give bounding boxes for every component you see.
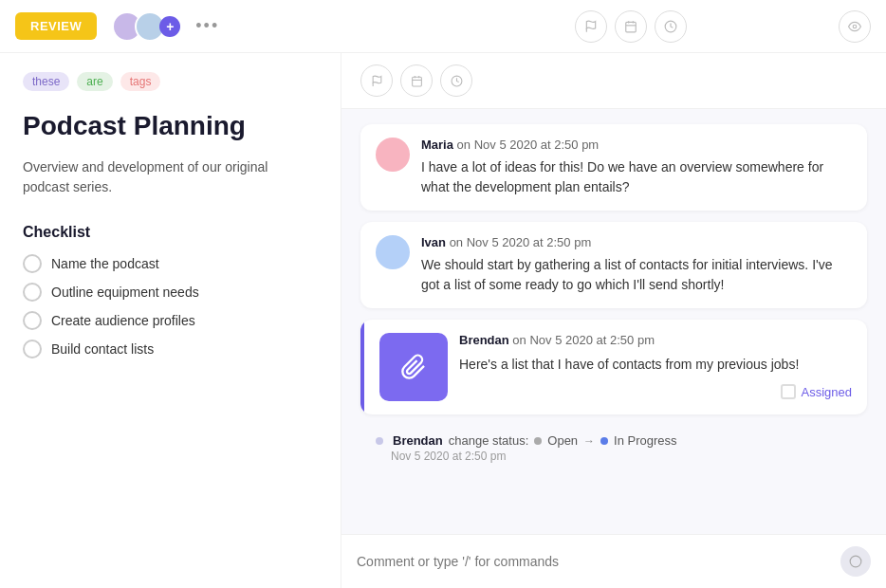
page-description: Overview and development of our original… <box>23 157 318 197</box>
more-options-button[interactable]: ••• <box>195 16 219 36</box>
svg-rect-8 <box>412 77 421 86</box>
checklist-title: Checklist <box>23 224 318 241</box>
svg-point-6 <box>853 25 857 28</box>
app-header: REVIEW + ••• <box>0 0 886 53</box>
tags-row: these are tags <box>23 72 318 91</box>
brendan-card-inner: Brendan on Nov 5 2020 at 2:50 pm Here's … <box>364 320 867 414</box>
status-change-row: Brendan change status: Open → In Progres… <box>376 433 867 448</box>
panel-clock-button[interactable] <box>440 64 472 97</box>
comment-meta-ivan: Ivan on Nov 5 2020 at 2:50 pm <box>421 235 852 249</box>
clock-icon-button[interactable] <box>655 10 687 43</box>
tag-tags[interactable]: tags <box>120 72 161 91</box>
comment-card-maria: Maria on Nov 5 2020 at 2:50 pm I have a … <box>360 124 867 211</box>
assigned-label: Assigned <box>802 385 852 399</box>
checklist-item-2: Create audience profiles <box>23 311 318 330</box>
status-author: Brendan <box>393 433 443 448</box>
checklist-item-0: Name the podcast <box>23 254 318 273</box>
brendan-text: Here's a list that I have of contacts fr… <box>459 355 852 375</box>
tag-are[interactable]: are <box>77 72 112 91</box>
status-action: change status: <box>449 433 529 448</box>
checklist-item-3: Build contact lists <box>23 340 318 358</box>
left-panel: these are tags Podcast Planning Overview… <box>0 53 341 588</box>
checklist-checkbox-0[interactable] <box>23 254 42 273</box>
checklist-checkbox-3[interactable] <box>23 340 42 358</box>
attachment-thumbnail <box>379 333 448 401</box>
open-status-dot <box>534 437 542 445</box>
review-button[interactable]: REVIEW <box>15 12 97 40</box>
checklist-label-2: Create audience profiles <box>51 313 195 328</box>
avatar-group: + <box>112 11 180 42</box>
send-button[interactable] <box>840 546 871 577</box>
header-icons <box>575 10 687 43</box>
page-title: Podcast Planning <box>23 110 318 142</box>
svg-rect-1 <box>626 22 637 31</box>
checklist-label-0: Name the podcast <box>51 256 159 271</box>
calendar-icon-button[interactable] <box>615 10 647 43</box>
checklist: Name the podcast Outline equipment needs… <box>23 254 318 358</box>
comment-body-maria: Maria on Nov 5 2020 at 2:50 pm I have a … <box>421 138 852 197</box>
main-content: these are tags Podcast Planning Overview… <box>0 53 886 588</box>
checklist-label-3: Build contact lists <box>51 341 154 357</box>
brendan-card-content: Brendan on Nov 5 2020 at 2:50 pm Here's … <box>459 333 852 401</box>
tag-these[interactable]: these <box>23 72 69 91</box>
comments-area: Maria on Nov 5 2020 at 2:50 pm I have a … <box>341 109 886 534</box>
comment-text-maria: I have a lot of ideas for this! Do we ha… <box>421 157 852 197</box>
comment-card-ivan: Ivan on Nov 5 2020 at 2:50 pm We should … <box>360 222 867 308</box>
checklist-item-1: Outline equipment needs <box>23 283 318 302</box>
comment-input[interactable] <box>357 554 831 569</box>
checklist-checkbox-1[interactable] <box>23 283 42 302</box>
add-member-button[interactable]: + <box>159 16 180 37</box>
comment-text-ivan: We should start by gathering a list of c… <box>421 255 852 295</box>
comment-card-brendan: Brendan on Nov 5 2020 at 2:50 pm Here's … <box>360 320 867 414</box>
brendan-footer: Assigned <box>459 384 852 399</box>
status-time: Nov 5 2020 at 2:50 pm <box>376 450 867 463</box>
status-change: Brendan change status: Open → In Progres… <box>360 426 867 470</box>
assigned-checkbox[interactable] <box>781 384 796 399</box>
checklist-label-1: Outline equipment needs <box>51 285 199 300</box>
comment-input-row <box>341 534 886 588</box>
avatar-maria <box>376 138 410 172</box>
status-arrow-icon: → <box>583 434 595 448</box>
comment-body-ivan: Ivan on Nov 5 2020 at 2:50 pm We should … <box>421 235 852 295</box>
inprogress-status-dot <box>600 437 608 445</box>
panel-calendar-button[interactable] <box>400 64 433 97</box>
avatar-ivan <box>376 235 410 269</box>
checklist-checkbox-2[interactable] <box>23 311 42 330</box>
panel-flag-button[interactable] <box>360 64 393 97</box>
brendan-meta: Brendan on Nov 5 2020 at 2:50 pm <box>459 333 852 347</box>
status-to: In Progress <box>614 433 676 448</box>
eye-icon-button[interactable] <box>839 10 871 43</box>
flag-icon-button[interactable] <box>575 10 607 43</box>
svg-point-13 <box>850 556 861 567</box>
status-from: Open <box>547 433 578 448</box>
panel-header <box>341 53 886 109</box>
right-panel: Maria on Nov 5 2020 at 2:50 pm I have a … <box>341 53 886 588</box>
status-bullet <box>376 437 383 445</box>
comment-meta-maria: Maria on Nov 5 2020 at 2:50 pm <box>421 138 852 152</box>
